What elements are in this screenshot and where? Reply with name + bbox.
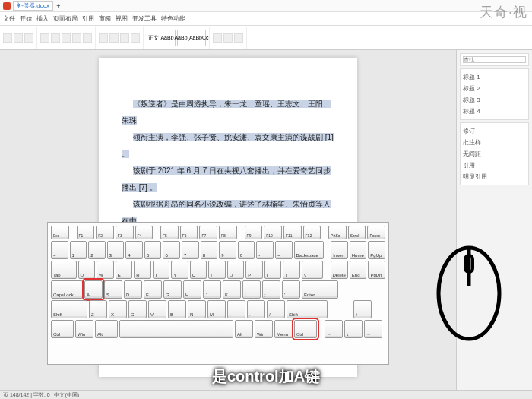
nav-other-3[interactable]: 引用 <box>463 160 526 171</box>
key-y: Y <box>171 261 188 279</box>
paragraph-group <box>99 27 144 49</box>
font-group <box>40 27 96 49</box>
menu-home[interactable]: 开始 <box>20 14 32 23</box>
key-semicolon: ; <box>262 280 280 299</box>
nav-heading-3[interactable]: 标题 3 <box>463 94 526 106</box>
search-input[interactable] <box>463 56 526 63</box>
menu-file[interactable]: 文件 <box>3 14 15 23</box>
key-left: ← <box>325 320 343 338</box>
nav-other-0[interactable]: 修订 <box>463 125 526 137</box>
nav-other-1[interactable]: 批注样 <box>463 137 526 148</box>
key-f5: F5 <box>160 226 179 239</box>
key-quote: ' <box>282 280 300 299</box>
menu-features[interactable]: 特色功能 <box>161 14 185 23</box>
key-menu: Menu <box>274 320 293 338</box>
key-6: 6 <box>163 241 180 259</box>
search-section <box>460 53 529 66</box>
key-i: I <box>208 261 226 279</box>
key-q: Q <box>78 261 96 279</box>
key-pgdn: PgDn <box>368 261 385 279</box>
key-2: 2 <box>88 241 106 259</box>
align-left-button[interactable] <box>99 33 108 43</box>
key-capslock: CapsLock <box>51 280 83 299</box>
paste-button[interactable] <box>3 33 12 43</box>
key-esc: Esc <box>51 226 69 239</box>
find-button[interactable] <box>213 33 222 43</box>
key-9: 9 <box>219 241 236 259</box>
key-pause: Pause <box>367 226 385 239</box>
key-v: V <box>148 300 166 318</box>
key-8: 8 <box>201 241 218 259</box>
editing-group <box>213 27 247 49</box>
menu-view[interactable]: 视图 <box>116 14 128 23</box>
align-right-button[interactable] <box>120 33 129 43</box>
key-f11: F11 <box>283 226 302 239</box>
style-normal[interactable]: 正文 AaBb <box>147 30 176 46</box>
bullet-list-button[interactable] <box>131 33 140 43</box>
cut-button[interactable] <box>14 33 23 43</box>
key-f: F <box>144 280 162 299</box>
video-caption: 是control加A键 <box>0 366 532 387</box>
nav-heading-1[interactable]: 标题 1 <box>463 71 526 83</box>
key-c: C <box>128 300 147 318</box>
menu-insert[interactable]: 插入 <box>36 14 49 23</box>
menu-devtools[interactable]: 开发工具 <box>132 14 157 23</box>
copy-button[interactable] <box>24 33 33 43</box>
replace-button[interactable] <box>223 33 233 43</box>
menu-bar: 文件 开始 插入 页面布局 引用 审阅 视图 开发工具 特色功能 <box>0 12 532 26</box>
nav-heading-4[interactable]: 标题 4 <box>463 106 526 117</box>
key-home: Home <box>350 241 367 259</box>
key-lalt: Alt <box>95 320 118 338</box>
underline-button[interactable] <box>62 33 71 43</box>
select-button[interactable] <box>234 33 243 43</box>
status-text: 页 148/142 | 字数: 0 | 中文(中国) <box>3 391 79 399</box>
kb-row-1: ~ 1 2 3 4 5 6 7 8 9 0 - = Backspace Inse… <box>51 241 385 259</box>
key-pgup: PgUp <box>368 241 385 259</box>
title-bar: 补偿器.docx + <box>0 0 532 12</box>
new-tab-button[interactable]: + <box>56 2 60 10</box>
text-line-2[interactable]: 领衔主演，李强、张子贤、姚安濂、袁文康主演的谍战剧 [1] 。 <box>122 133 334 158</box>
key-f7: F7 <box>199 226 217 239</box>
key-f10: F10 <box>264 226 282 239</box>
keyboard-overlay: Esc F1 F2 F3 F4 F5 F6 F7 F8 F9 F10 F11 F… <box>47 222 389 365</box>
key-down: ↓ <box>344 320 363 338</box>
nav-heading-2[interactable]: 标题 2 <box>463 83 526 94</box>
key-f9: F9 <box>245 226 263 239</box>
key-n: N <box>188 300 206 318</box>
key-up: ↑ <box>353 300 372 318</box>
key-1: 1 <box>70 241 87 259</box>
key-b: B <box>168 300 186 318</box>
style-heading[interactable]: AaBb(AaBbCc <box>177 30 206 46</box>
menu-layout[interactable]: 页面布局 <box>53 14 78 23</box>
key-3: 3 <box>107 241 125 259</box>
key-f8: F8 <box>219 226 237 239</box>
key-x: X <box>109 300 127 318</box>
key-lshift: Shift <box>51 300 87 318</box>
key-period: . <box>247 300 265 318</box>
menu-review[interactable]: 审阅 <box>99 14 111 23</box>
key-rctrl: Ctrl <box>294 320 317 338</box>
styles-group: 正文 AaBb AaBb(AaBbCc <box>147 27 210 49</box>
kb-row-5: Ctrl Win Alt Alt Win Menu Ctrl ← ↓ → <box>51 320 385 338</box>
key-minus: - <box>256 241 274 259</box>
text-line-3[interactable]: 该剧于 2021 年 6 月 7 日在央视八套播出，并在爱奇艺同步播出 [7] … <box>122 166 331 192</box>
bold-button[interactable] <box>40 33 49 43</box>
app-icon <box>3 2 11 10</box>
italic-button[interactable] <box>51 33 60 43</box>
key-5: 5 <box>144 241 162 259</box>
document-tab[interactable]: 补偿器.docx <box>13 1 53 11</box>
key-slash: / <box>267 300 285 318</box>
kb-row-4: Shift Z X C V B N M , . / Shift ↑ <box>51 300 385 318</box>
align-center-button[interactable] <box>109 33 119 43</box>
key-f1: F1 <box>77 226 95 239</box>
key-space <box>119 320 233 338</box>
text-line-1a[interactable]: 《叛逆者》是由周游执导，朱 <box>133 100 232 108</box>
nav-other-4[interactable]: 明显引用 <box>463 171 526 182</box>
key-insert: Insert <box>331 241 348 259</box>
strike-button[interactable] <box>72 33 81 43</box>
menu-references[interactable]: 引用 <box>82 14 94 23</box>
color-button[interactable] <box>83 33 92 43</box>
nav-other-2[interactable]: 无间距 <box>463 148 526 160</box>
key-g: G <box>163 280 182 299</box>
key-0: 0 <box>238 241 255 259</box>
